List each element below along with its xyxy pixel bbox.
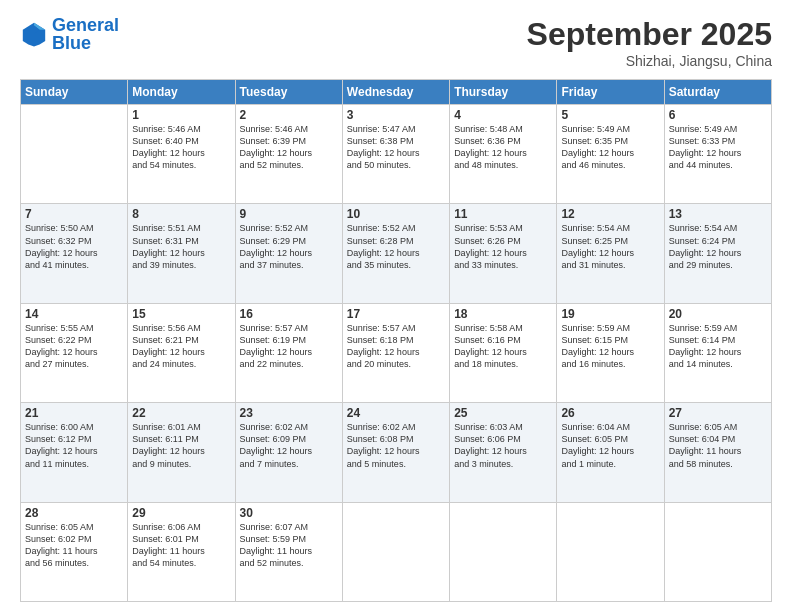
day-cell: 30Sunrise: 6:07 AM Sunset: 5:59 PM Dayli… — [235, 502, 342, 601]
day-info: Sunrise: 6:03 AM Sunset: 6:06 PM Dayligh… — [454, 421, 552, 470]
day-cell — [450, 502, 557, 601]
day-number: 19 — [561, 307, 659, 321]
day-number: 6 — [669, 108, 767, 122]
day-info: Sunrise: 5:52 AM Sunset: 6:29 PM Dayligh… — [240, 222, 338, 271]
location: Shizhai, Jiangsu, China — [527, 53, 772, 69]
day-number: 23 — [240, 406, 338, 420]
day-number: 1 — [132, 108, 230, 122]
day-number: 15 — [132, 307, 230, 321]
day-cell: 3Sunrise: 5:47 AM Sunset: 6:38 PM Daylig… — [342, 105, 449, 204]
day-number: 5 — [561, 108, 659, 122]
day-info: Sunrise: 5:57 AM Sunset: 6:18 PM Dayligh… — [347, 322, 445, 371]
logo-general: General — [52, 15, 119, 35]
day-cell: 29Sunrise: 6:06 AM Sunset: 6:01 PM Dayli… — [128, 502, 235, 601]
weekday-friday: Friday — [557, 80, 664, 105]
logo: General Blue — [20, 16, 119, 52]
day-info: Sunrise: 5:54 AM Sunset: 6:25 PM Dayligh… — [561, 222, 659, 271]
day-number: 12 — [561, 207, 659, 221]
day-cell: 6Sunrise: 5:49 AM Sunset: 6:33 PM Daylig… — [664, 105, 771, 204]
day-cell — [342, 502, 449, 601]
day-number: 11 — [454, 207, 552, 221]
day-number: 28 — [25, 506, 123, 520]
day-number: 9 — [240, 207, 338, 221]
day-cell: 7Sunrise: 5:50 AM Sunset: 6:32 PM Daylig… — [21, 204, 128, 303]
day-cell: 14Sunrise: 5:55 AM Sunset: 6:22 PM Dayli… — [21, 303, 128, 402]
day-cell: 22Sunrise: 6:01 AM Sunset: 6:11 PM Dayli… — [128, 403, 235, 502]
day-number: 29 — [132, 506, 230, 520]
day-info: Sunrise: 5:48 AM Sunset: 6:36 PM Dayligh… — [454, 123, 552, 172]
day-number: 22 — [132, 406, 230, 420]
day-cell: 13Sunrise: 5:54 AM Sunset: 6:24 PM Dayli… — [664, 204, 771, 303]
logo-icon — [20, 20, 48, 48]
day-info: Sunrise: 5:57 AM Sunset: 6:19 PM Dayligh… — [240, 322, 338, 371]
day-cell: 11Sunrise: 5:53 AM Sunset: 6:26 PM Dayli… — [450, 204, 557, 303]
day-info: Sunrise: 5:54 AM Sunset: 6:24 PM Dayligh… — [669, 222, 767, 271]
day-cell — [21, 105, 128, 204]
title-block: September 2025 Shizhai, Jiangsu, China — [527, 16, 772, 69]
day-info: Sunrise: 5:50 AM Sunset: 6:32 PM Dayligh… — [25, 222, 123, 271]
day-cell: 19Sunrise: 5:59 AM Sunset: 6:15 PM Dayli… — [557, 303, 664, 402]
header: General Blue September 2025 Shizhai, Jia… — [20, 16, 772, 69]
day-cell — [664, 502, 771, 601]
day-cell: 8Sunrise: 5:51 AM Sunset: 6:31 PM Daylig… — [128, 204, 235, 303]
day-number: 13 — [669, 207, 767, 221]
day-cell: 4Sunrise: 5:48 AM Sunset: 6:36 PM Daylig… — [450, 105, 557, 204]
weekday-saturday: Saturday — [664, 80, 771, 105]
logo-text: General Blue — [52, 16, 119, 52]
weekday-monday: Monday — [128, 80, 235, 105]
week-row-4: 21Sunrise: 6:00 AM Sunset: 6:12 PM Dayli… — [21, 403, 772, 502]
day-number: 17 — [347, 307, 445, 321]
day-cell: 21Sunrise: 6:00 AM Sunset: 6:12 PM Dayli… — [21, 403, 128, 502]
day-info: Sunrise: 6:00 AM Sunset: 6:12 PM Dayligh… — [25, 421, 123, 470]
logo-blue: Blue — [52, 33, 91, 53]
day-number: 3 — [347, 108, 445, 122]
day-cell: 20Sunrise: 5:59 AM Sunset: 6:14 PM Dayli… — [664, 303, 771, 402]
weekday-thursday: Thursday — [450, 80, 557, 105]
day-info: Sunrise: 5:53 AM Sunset: 6:26 PM Dayligh… — [454, 222, 552, 271]
day-info: Sunrise: 5:47 AM Sunset: 6:38 PM Dayligh… — [347, 123, 445, 172]
day-number: 10 — [347, 207, 445, 221]
day-info: Sunrise: 6:07 AM Sunset: 5:59 PM Dayligh… — [240, 521, 338, 570]
day-number: 7 — [25, 207, 123, 221]
week-row-1: 1Sunrise: 5:46 AM Sunset: 6:40 PM Daylig… — [21, 105, 772, 204]
day-info: Sunrise: 5:56 AM Sunset: 6:21 PM Dayligh… — [132, 322, 230, 371]
day-number: 18 — [454, 307, 552, 321]
day-number: 16 — [240, 307, 338, 321]
day-cell: 26Sunrise: 6:04 AM Sunset: 6:05 PM Dayli… — [557, 403, 664, 502]
page: General Blue September 2025 Shizhai, Jia… — [0, 0, 792, 612]
day-cell: 25Sunrise: 6:03 AM Sunset: 6:06 PM Dayli… — [450, 403, 557, 502]
day-number: 8 — [132, 207, 230, 221]
day-info: Sunrise: 6:04 AM Sunset: 6:05 PM Dayligh… — [561, 421, 659, 470]
weekday-tuesday: Tuesday — [235, 80, 342, 105]
week-row-3: 14Sunrise: 5:55 AM Sunset: 6:22 PM Dayli… — [21, 303, 772, 402]
day-cell: 16Sunrise: 5:57 AM Sunset: 6:19 PM Dayli… — [235, 303, 342, 402]
week-row-5: 28Sunrise: 6:05 AM Sunset: 6:02 PM Dayli… — [21, 502, 772, 601]
day-cell: 17Sunrise: 5:57 AM Sunset: 6:18 PM Dayli… — [342, 303, 449, 402]
day-info: Sunrise: 6:05 AM Sunset: 6:04 PM Dayligh… — [669, 421, 767, 470]
day-number: 20 — [669, 307, 767, 321]
day-cell: 9Sunrise: 5:52 AM Sunset: 6:29 PM Daylig… — [235, 204, 342, 303]
calendar: SundayMondayTuesdayWednesdayThursdayFrid… — [20, 79, 772, 602]
day-number: 24 — [347, 406, 445, 420]
day-info: Sunrise: 6:01 AM Sunset: 6:11 PM Dayligh… — [132, 421, 230, 470]
day-cell: 12Sunrise: 5:54 AM Sunset: 6:25 PM Dayli… — [557, 204, 664, 303]
day-cell: 23Sunrise: 6:02 AM Sunset: 6:09 PM Dayli… — [235, 403, 342, 502]
day-info: Sunrise: 6:06 AM Sunset: 6:01 PM Dayligh… — [132, 521, 230, 570]
day-info: Sunrise: 5:49 AM Sunset: 6:33 PM Dayligh… — [669, 123, 767, 172]
day-info: Sunrise: 5:58 AM Sunset: 6:16 PM Dayligh… — [454, 322, 552, 371]
day-info: Sunrise: 6:02 AM Sunset: 6:08 PM Dayligh… — [347, 421, 445, 470]
day-number: 27 — [669, 406, 767, 420]
day-cell: 10Sunrise: 5:52 AM Sunset: 6:28 PM Dayli… — [342, 204, 449, 303]
day-info: Sunrise: 5:52 AM Sunset: 6:28 PM Dayligh… — [347, 222, 445, 271]
day-info: Sunrise: 5:46 AM Sunset: 6:40 PM Dayligh… — [132, 123, 230, 172]
day-number: 26 — [561, 406, 659, 420]
weekday-header-row: SundayMondayTuesdayWednesdayThursdayFrid… — [21, 80, 772, 105]
day-info: Sunrise: 6:05 AM Sunset: 6:02 PM Dayligh… — [25, 521, 123, 570]
day-info: Sunrise: 5:59 AM Sunset: 6:15 PM Dayligh… — [561, 322, 659, 371]
weekday-wednesday: Wednesday — [342, 80, 449, 105]
day-info: Sunrise: 6:02 AM Sunset: 6:09 PM Dayligh… — [240, 421, 338, 470]
day-cell: 24Sunrise: 6:02 AM Sunset: 6:08 PM Dayli… — [342, 403, 449, 502]
day-info: Sunrise: 5:49 AM Sunset: 6:35 PM Dayligh… — [561, 123, 659, 172]
day-cell: 15Sunrise: 5:56 AM Sunset: 6:21 PM Dayli… — [128, 303, 235, 402]
day-cell: 27Sunrise: 6:05 AM Sunset: 6:04 PM Dayli… — [664, 403, 771, 502]
